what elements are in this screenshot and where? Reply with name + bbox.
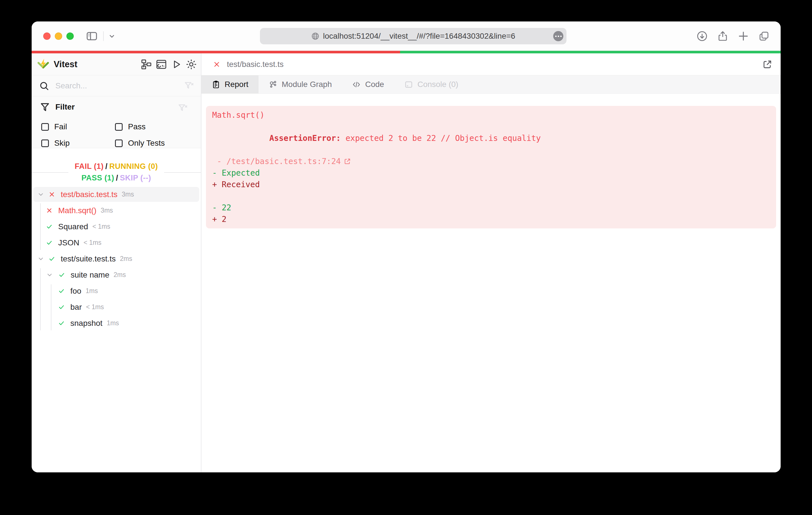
address-bar[interactable]: localhost:51204/__vitest__/#/?file=16484…: [260, 28, 567, 44]
progress-pass-segment: [400, 51, 781, 53]
chevron-down-icon[interactable]: [108, 32, 116, 40]
fail-count: FAIL (1): [75, 162, 104, 171]
pass-icon: [58, 319, 65, 327]
dashboard-icon[interactable]: [156, 59, 167, 70]
test-summary: FAIL (1)/RUNNING (0) PASS (1)/SKIP (--): [32, 158, 201, 186]
filter-checkbox-pass[interactable]: Pass: [115, 122, 198, 131]
error-panel: Math.sqrt() AssertionError: expected 2 t…: [206, 106, 776, 229]
filter-checkbox-fail[interactable]: Fail: [32, 122, 115, 131]
checkbox[interactable]: [41, 123, 49, 131]
skip-count: SKIP (--): [120, 174, 151, 182]
tree-row-test[interactable]: snapshot 1ms: [32, 315, 201, 331]
error-test-name: Math.sqrt(): [212, 109, 770, 121]
tab-label: Report: [225, 80, 248, 89]
traffic-lights: [43, 32, 74, 40]
minimize-window-button[interactable]: [55, 32, 62, 40]
tree-row-file[interactable]: test/suite.test.ts 2ms: [32, 251, 201, 267]
open-external-icon[interactable]: [762, 59, 773, 70]
tree-row-test[interactable]: Squared < 1ms: [32, 218, 201, 235]
running-count: RUNNING (0): [109, 162, 158, 171]
run-all-button[interactable]: [171, 59, 182, 70]
code-icon: [352, 80, 361, 89]
tree-row-test[interactable]: foo 1ms: [32, 283, 201, 299]
sidebar: Vitest: [32, 53, 201, 473]
pass-icon: [58, 303, 65, 311]
checkbox[interactable]: [41, 140, 49, 147]
zoom-window-button[interactable]: [66, 32, 74, 40]
tab-code[interactable]: Code: [342, 75, 394, 93]
view-tabs: Report Module Graph Code: [201, 75, 781, 94]
diff-received-label: + Received: [212, 179, 770, 190]
tab-console[interactable]: Console (0): [394, 75, 468, 93]
tab-overview-icon[interactable]: [758, 30, 770, 42]
filter-checkbox-only-tests[interactable]: Only Tests: [115, 139, 198, 148]
theme-toggle-button[interactable]: [185, 59, 197, 70]
pass-count: PASS (1): [81, 174, 114, 182]
pass-icon: [46, 223, 53, 231]
filter-checkbox-skip[interactable]: Skip: [32, 139, 115, 148]
tree-row-test[interactable]: Math.sqrt() 3ms: [32, 203, 201, 218]
test-progress-bar: [32, 51, 781, 53]
fail-icon: [48, 190, 56, 198]
tree-row-suite[interactable]: suite name 2ms: [32, 267, 201, 283]
toolbar-divider: [103, 31, 104, 41]
report-icon: [212, 80, 221, 89]
fail-icon: [46, 207, 53, 214]
close-file-icon[interactable]: [213, 60, 221, 68]
open-in-editor-icon[interactable]: [344, 157, 351, 165]
tab-label: Console (0): [417, 80, 458, 89]
collapse-tree-icon[interactable]: [141, 59, 152, 70]
tree-row-test[interactable]: JSON < 1ms: [32, 235, 201, 251]
filter-icon: [39, 102, 50, 112]
error-assertion: AssertionError: expected 2 to be 22 // O…: [212, 121, 770, 156]
search-icon: [39, 81, 49, 91]
main-panel: test/basic.test.ts Report: [201, 53, 781, 473]
search-bar: [32, 75, 201, 96]
pass-icon: [58, 287, 65, 295]
app-title: Vitest: [54, 59, 78, 69]
checkbox[interactable]: [115, 140, 123, 147]
tree-row-file[interactable]: test/basic.test.ts 3ms: [32, 186, 201, 203]
sidebar-header: Vitest: [32, 53, 201, 75]
pass-icon: [58, 271, 65, 279]
test-tree: test/basic.test.ts 3ms Math.sqrt() 3ms S…: [32, 186, 201, 331]
sidebar-toggle-icon[interactable]: [86, 30, 98, 42]
tab-module-graph[interactable]: Module Graph: [259, 75, 342, 93]
module-graph-icon: [269, 80, 278, 89]
diff-expected-value: - 22: [212, 202, 770, 213]
page-settings-icon[interactable]: [553, 31, 563, 41]
pass-icon: [46, 239, 53, 246]
chevron-down-icon[interactable]: [46, 271, 53, 279]
clear-search-icon[interactable]: [183, 80, 195, 91]
file-tab-title: test/basic.test.ts: [227, 60, 284, 69]
globe-icon: [311, 32, 320, 40]
tab-label: Module Graph: [282, 80, 332, 89]
clear-filter-icon[interactable]: [177, 102, 188, 114]
blank-line: [212, 190, 770, 202]
console-icon: [404, 80, 413, 89]
progress-fail-segment: [32, 51, 400, 53]
diff-expected-label: - Expected: [212, 167, 770, 179]
chevron-down-icon[interactable]: [37, 255, 45, 263]
pass-icon: [48, 255, 56, 263]
error-stack-line[interactable]: - /test/basic.test.ts:7:24: [212, 156, 770, 167]
tab-report[interactable]: Report: [201, 75, 259, 93]
checkbox[interactable]: [115, 123, 123, 131]
filter-section: Filter Fail: [32, 96, 201, 148]
diff-received-value: + 2: [212, 213, 770, 225]
close-window-button[interactable]: [43, 32, 51, 40]
filter-title: Filter: [55, 102, 75, 112]
url-text: localhost:51204/__vitest__/#/?file=16484…: [323, 32, 515, 41]
vitest-logo-icon: [37, 58, 50, 71]
tab-label: Code: [365, 80, 384, 89]
report-content: Math.sqrt() AssertionError: expected 2 t…: [201, 94, 781, 473]
browser-toolbar: localhost:51204/__vitest__/#/?file=16484…: [32, 22, 781, 51]
file-tab-header: test/basic.test.ts: [201, 53, 781, 75]
downloads-icon[interactable]: [696, 30, 708, 42]
browser-window: localhost:51204/__vitest__/#/?file=16484…: [32, 22, 781, 473]
search-input[interactable]: [55, 81, 183, 90]
share-icon[interactable]: [717, 30, 729, 42]
chevron-down-icon[interactable]: [37, 190, 45, 198]
new-tab-icon[interactable]: [737, 30, 749, 42]
tree-row-test[interactable]: bar < 1ms: [32, 299, 201, 315]
